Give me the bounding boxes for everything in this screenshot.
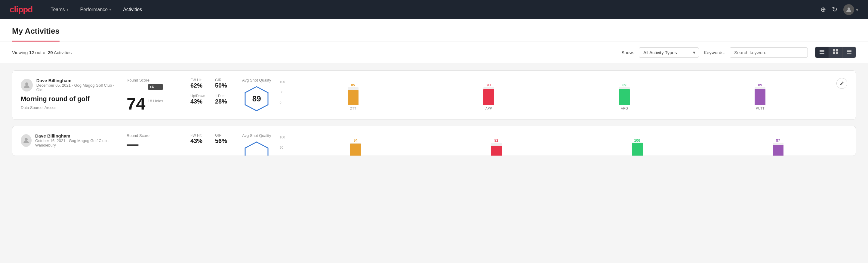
date-course: December 05, 2021 - Gog Magog Golf Club … [36, 83, 117, 92]
refresh-icon[interactable]: ↻ [832, 6, 837, 13]
bar-group: 106ARG [568, 139, 706, 156]
card-left: Dave Billingham December 05, 2021 - Gog … [21, 78, 117, 110]
bar-chart: 100 50 0 85OTT90APP89ARG89PUTT [280, 80, 827, 110]
add-icon[interactable]: ⊕ [820, 6, 826, 13]
stat-gir: GIR 50% [215, 78, 232, 89]
user-info: Dave Billingham December 05, 2021 - Gog … [36, 78, 117, 92]
bar-chart: 100 50 0 94OTT82APP106ARG87PUTT [280, 136, 847, 156]
stat-gir: GIR 56% [215, 133, 232, 144]
bar-container [348, 87, 359, 105]
bar-value: 106 [634, 139, 640, 143]
stat-fw-hit: FW Hit 43% [190, 133, 208, 144]
stat-updown: Up/Down 43% [190, 94, 208, 105]
bar-group: 94OTT [286, 139, 425, 156]
page-title: My Activities [12, 19, 60, 41]
bar-value: 90 [487, 83, 491, 87]
bar-group: 90APP [422, 83, 555, 110]
bar-value: 89 [758, 83, 762, 87]
y-axis: 100 50 0 [280, 136, 285, 156]
bar-group: 89ARG [558, 83, 691, 110]
score-section: Round Score [127, 133, 181, 146]
bar-group: 85OTT [286, 83, 420, 110]
bar-value: 82 [494, 139, 498, 143]
stats-section: FW Hit 62% GIR 50% Up/Down 43% 1 Putt 28… [190, 78, 232, 105]
teams-chevron-icon: ▾ [67, 8, 68, 11]
user-name: Dave Billingham [35, 133, 117, 139]
user-avatar-menu[interactable]: ▾ [843, 4, 858, 15]
user-row: Dave Billingham December 05, 2021 - Gog … [21, 78, 117, 92]
page-header: My Activities [0, 19, 868, 42]
quality-section: Avg Shot Quality 89 100 50 0 [242, 78, 827, 112]
activity-type-dropdown[interactable]: All Activity Types [639, 47, 699, 58]
user-info: Dave Billingham October 16, 2021 - Gog M… [35, 133, 117, 147]
bar-group: 82APP [427, 139, 565, 156]
user-name: Dave Billingham [36, 78, 117, 83]
svg-rect-2 [819, 52, 825, 52]
bar-fill [483, 89, 494, 105]
svg-rect-1 [819, 50, 825, 51]
bar-container [632, 143, 643, 156]
score-section: Round Score 74 +4 18 Holes [127, 78, 181, 112]
edit-button[interactable] [836, 78, 847, 89]
svg-marker-14 [245, 142, 268, 156]
bar-container [619, 87, 630, 105]
bar-container [350, 143, 361, 156]
bar-fill [491, 146, 502, 156]
svg-rect-8 [847, 50, 851, 51]
hexagon [243, 141, 270, 156]
hex-score: 89 [252, 94, 261, 104]
bar-value: 87 [776, 139, 780, 143]
bars-area: 100 50 0 94OTT82APP106ARG87PUTT [280, 136, 847, 156]
avatar [843, 4, 854, 15]
nav-performance[interactable]: Performance ▾ [80, 1, 111, 18]
viewing-text: Viewing 12 out of 29 Activities [12, 50, 617, 55]
stats-section: FW Hit 43% GIR 56% [190, 133, 232, 144]
show-label: Show: [621, 50, 634, 55]
bar-container [483, 87, 494, 105]
svg-rect-9 [847, 51, 851, 52]
bar-fill [350, 144, 361, 156]
activity-card: Dave Billingham October 16, 2021 - Gog M… [12, 126, 856, 156]
bar-fill [754, 89, 766, 105]
compact-list-view-button[interactable] [815, 47, 829, 58]
data-source: Data Source: Arccos [21, 105, 117, 110]
svg-rect-10 [847, 53, 851, 54]
score-number: 74 [127, 95, 145, 112]
bar-fill [632, 143, 643, 156]
user-row: Dave Billingham October 16, 2021 - Gog M… [21, 133, 117, 147]
avg-shot-quality-label: Avg Shot Quality [242, 78, 271, 83]
bar-group: 87PUTT [709, 139, 847, 156]
holes-label: 18 Holes [148, 99, 163, 103]
svg-point-13 [25, 138, 28, 141]
avatar [21, 134, 32, 147]
bar-fill [773, 145, 783, 156]
avatar [21, 79, 33, 91]
activity-card: Dave Billingham December 05, 2021 - Gog … [12, 70, 856, 120]
svg-rect-3 [819, 53, 825, 54]
nav-activities[interactable]: Activities [123, 1, 142, 18]
grid-view-button[interactable] [829, 47, 842, 58]
logo[interactable]: clippd [10, 5, 32, 14]
performance-chevron-icon: ▾ [110, 8, 111, 11]
keywords-label: Keywords: [704, 50, 725, 55]
list-view-button[interactable] [842, 47, 856, 58]
nav-teams[interactable]: Teams ▾ [51, 1, 68, 18]
svg-rect-5 [836, 49, 838, 52]
hexagon: 89 [243, 85, 270, 112]
hexagon-wrapper: 89 [242, 85, 271, 112]
svg-point-0 [847, 7, 850, 10]
svg-point-11 [25, 83, 28, 85]
bars-area: 100 50 0 85OTT90APP89ARG89PUTT [280, 80, 827, 110]
avatar-chevron-icon: ▾ [856, 7, 858, 12]
svg-rect-7 [836, 52, 838, 54]
view-toggle [815, 47, 856, 58]
search-input[interactable] [730, 47, 808, 58]
bar-value: 94 [353, 139, 357, 143]
bar-axis-label: PUTT [756, 107, 765, 110]
bar-axis-label: APP [486, 107, 492, 110]
date-course: October 16, 2021 - Gog Magog Golf Club -… [35, 139, 117, 147]
filter-bar: Viewing 12 out of 29 Activities Show: Al… [0, 42, 868, 63]
activities-content: Dave Billingham December 05, 2021 - Gog … [0, 63, 868, 169]
y-axis: 100 50 0 [280, 80, 285, 110]
nav-right: ⊕ ↻ ▾ [820, 4, 858, 15]
